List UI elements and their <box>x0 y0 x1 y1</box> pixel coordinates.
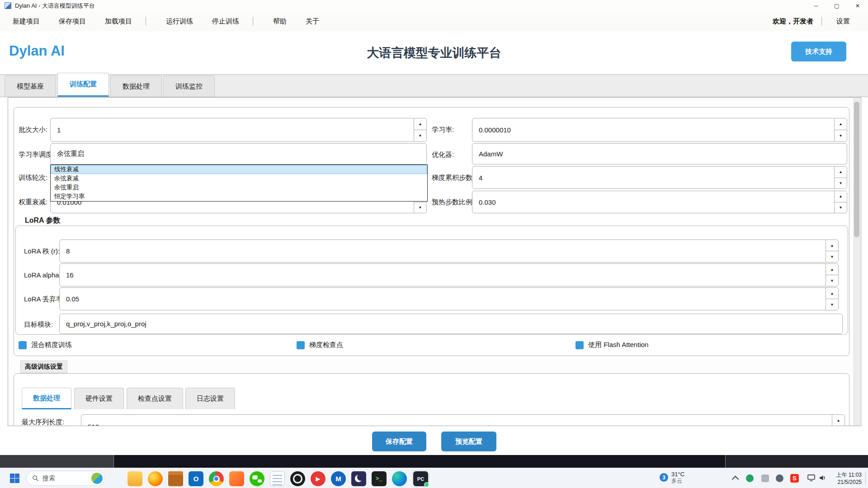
spin-up-icon[interactable] <box>835 191 847 202</box>
subtab-checkpoint[interactable]: 检查点设置 <box>127 388 183 409</box>
target-modules-input[interactable]: q_proj,v_proj,k_proj,o_proj <box>59 314 843 334</box>
menu-about[interactable]: 关于 <box>299 14 326 28</box>
spin-up-icon[interactable] <box>835 118 847 130</box>
menu-new-project[interactable]: 新建项目 <box>6 14 46 28</box>
show-desktop-handle[interactable] <box>865 472 866 485</box>
media-player-icon[interactable]: ▶ <box>311 471 326 486</box>
notification-badge: 3 <box>660 473 668 482</box>
tab-data-processing[interactable]: 数据处理 <box>110 75 162 97</box>
chevron-up-icon[interactable] <box>732 476 739 483</box>
menu-load-project[interactable]: 加载项目 <box>99 14 138 28</box>
scrollbar-thumb[interactable] <box>854 102 859 237</box>
subtab-data-processing[interactable]: 数据处理 <box>22 388 71 409</box>
minimize-icon[interactable]: ─ <box>806 0 826 11</box>
max-seq-len-input[interactable]: 512 <box>81 414 845 426</box>
subtab-logging[interactable]: 日志设置 <box>185 388 235 409</box>
chrome-icon[interactable] <box>209 471 224 486</box>
vertical-scrollbar[interactable] <box>853 98 860 426</box>
file-explorer-icon[interactable] <box>127 471 142 486</box>
pycharm-icon[interactable]: PC <box>413 471 428 486</box>
start-button[interactable] <box>10 474 19 483</box>
checkbox-checked-icon[interactable] <box>576 341 584 349</box>
search-placeholder: 搜索 <box>42 474 91 483</box>
lora-alpha-input[interactable]: 16 <box>59 263 839 286</box>
batch-size-label: 批次大小: <box>19 126 47 134</box>
warmup-ratio-label: 预热步数比例: <box>432 198 474 206</box>
checkbox-gradient-checkpointing[interactable]: 梯度检查点 <box>297 341 343 349</box>
menu-settings[interactable]: 设置 <box>830 14 856 28</box>
dropdown-option-constant-lr[interactable]: 恒定学习率 <box>51 192 427 201</box>
tech-support-button[interactable]: 技术支持 <box>791 42 846 61</box>
spin-down-icon[interactable] <box>414 202 426 213</box>
lora-dropout-input[interactable]: 0.05 <box>59 287 839 310</box>
search-highlight-image[interactable] <box>91 473 103 484</box>
photos-app-icon[interactable] <box>229 471 244 486</box>
terminal-icon[interactable]: >_ <box>372 471 387 486</box>
learning-rate-input[interactable]: 0.0000010 <box>472 118 847 142</box>
obs-icon[interactable] <box>290 471 305 486</box>
dropdown-option-linear-decay[interactable]: 线性衰减 <box>51 165 427 174</box>
grad-accum-label: 梯度累积步数: <box>432 174 474 182</box>
spin-up-icon[interactable] <box>826 264 838 275</box>
close-icon[interactable]: ✕ <box>847 0 868 11</box>
optimizer-combobox[interactable]: AdamW <box>472 143 847 164</box>
app-header: Dylan AI 大语言模型专业训练平台 技术支持 <box>0 31 868 75</box>
spin-down-icon[interactable] <box>826 251 838 262</box>
lora-alpha-label: LoRA alpha: <box>24 271 61 279</box>
spin-down-icon[interactable] <box>826 275 838 286</box>
spin-down-icon[interactable] <box>414 130 426 141</box>
tab-training-config[interactable]: 训练配置 <box>57 73 109 97</box>
mail-app-icon[interactable]: M <box>331 471 346 486</box>
dropdown-option-cosine-restart[interactable]: 余弦重启 <box>51 183 427 192</box>
checkbox-mixed-precision[interactable]: 混合精度训练 <box>19 341 72 349</box>
sogou-input-icon[interactable]: S <box>790 474 799 483</box>
preview-config-button[interactable]: 预览配置 <box>441 432 496 451</box>
menu-run-training[interactable]: 运行训练 <box>160 14 199 28</box>
checkbox-flash-attention[interactable]: 使用 Flash Attention <box>576 341 648 349</box>
notes-app-icon[interactable] <box>270 471 285 486</box>
lr-scheduler-combobox[interactable]: 余弦重启 <box>50 143 427 164</box>
system-tray-cluster[interactable] <box>807 474 826 482</box>
spin-up-icon[interactable] <box>835 167 847 178</box>
checkbox-checked-icon[interactable] <box>297 341 305 349</box>
wechat-icon[interactable] <box>250 471 264 486</box>
save-config-button[interactable]: 保存配置 <box>372 432 426 451</box>
spin-down-icon[interactable] <box>826 299 838 310</box>
firefox-icon[interactable] <box>148 471 163 486</box>
taskbar-clock[interactable]: 上午 11:03 21/5/2025 <box>836 471 862 486</box>
dropdown-option-cosine-decay[interactable]: 余弦衰减 <box>51 174 427 183</box>
subtab-hardware[interactable]: 硬件设置 <box>74 388 124 409</box>
epochs-label: 训练轮次: <box>19 174 47 182</box>
spin-up-icon[interactable] <box>832 415 844 426</box>
tray-app-icon-green[interactable] <box>746 474 754 482</box>
edge-icon[interactable] <box>392 471 407 486</box>
lora-rank-input[interactable]: 8 <box>59 239 839 263</box>
grad-accum-input[interactable]: 4 <box>472 166 847 189</box>
spin-up-icon[interactable] <box>826 288 838 299</box>
warmup-ratio-input[interactable]: 0.030 <box>472 191 847 213</box>
weather-widget[interactable]: 3 31°C 多云 <box>660 471 684 484</box>
outlook-icon[interactable]: O <box>189 471 203 486</box>
spin-up-icon[interactable] <box>826 240 838 251</box>
dark-theme-app-icon[interactable] <box>351 471 366 486</box>
desktop-screen: Dylan AI - 大语言模型训练平台 ─ ▢ ✕ 新建项目 保存项目 加载项… <box>0 0 868 488</box>
taskbar-search[interactable]: 搜索 <box>26 471 105 486</box>
spin-down-icon[interactable] <box>835 130 847 141</box>
spin-up-icon[interactable] <box>414 118 426 130</box>
batch-size-input[interactable]: 1 <box>50 118 427 142</box>
clock-time: 上午 11:03 <box>836 471 862 479</box>
tab-training-monitor[interactable]: 训练监控 <box>163 75 215 97</box>
menu-save-project[interactable]: 保存项目 <box>52 14 92 28</box>
menu-help[interactable]: 帮助 <box>267 14 293 28</box>
archive-app-icon[interactable] <box>168 471 183 486</box>
spin-down-icon[interactable] <box>835 178 847 189</box>
lr-scheduler-label: 学习率调度: <box>19 150 54 159</box>
checkbox-checked-icon[interactable] <box>19 341 27 349</box>
menu-stop-training[interactable]: 停止训练 <box>206 14 245 28</box>
background-window-strip <box>0 455 868 468</box>
spin-down-icon[interactable] <box>835 202 847 213</box>
tray-app-icon-dark[interactable] <box>776 474 783 482</box>
tab-model-base[interactable]: 模型基座 <box>5 75 56 97</box>
maximize-icon[interactable]: ▢ <box>826 0 847 11</box>
tray-app-icon-gray[interactable] <box>761 474 769 482</box>
